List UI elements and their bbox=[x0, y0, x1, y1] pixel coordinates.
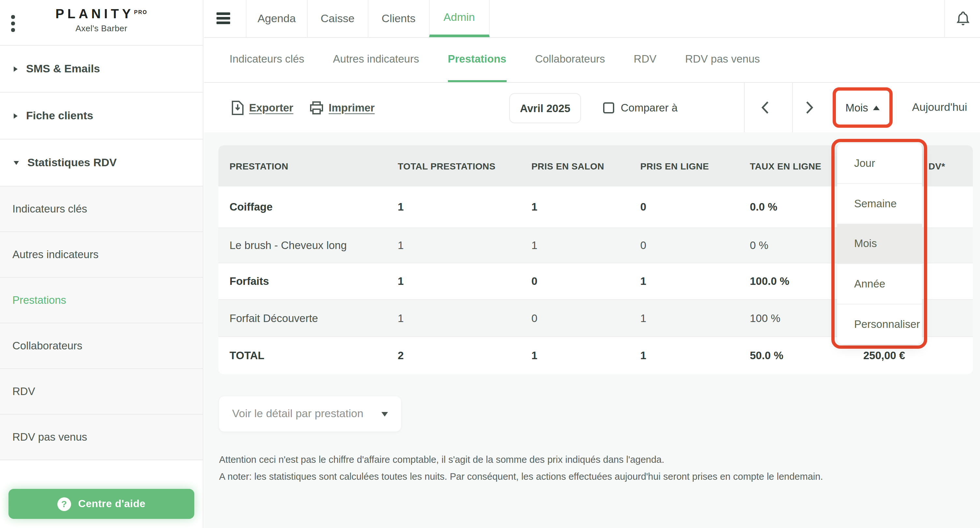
admin-subnav: Indicateurs clés Autres indicateurs Pres… bbox=[204, 38, 980, 83]
cell-total: 1 bbox=[398, 312, 531, 324]
tab-admin[interactable]: Admin bbox=[429, 0, 490, 37]
logo-block: PLANITYPRO Axel's Barber bbox=[0, 0, 203, 45]
cell-salon: 0 bbox=[531, 312, 640, 324]
details-button-label: Voir le détail par prestation bbox=[232, 407, 364, 420]
tab-caisse[interactable]: Caisse bbox=[307, 0, 368, 37]
subtab-prestations[interactable]: Prestations bbox=[448, 38, 506, 82]
chevron-down-icon bbox=[14, 161, 19, 165]
dropdown-item-annee[interactable]: Année bbox=[837, 264, 922, 305]
cell-total: 1 bbox=[398, 239, 531, 251]
cell-total: 2 bbox=[398, 349, 531, 362]
dropdown-item-mois[interactable]: Mois bbox=[837, 224, 922, 264]
export-label: Exporter bbox=[249, 101, 293, 114]
sidebar-subitems: Indicateurs clés Autres indicateurs Pres… bbox=[0, 186, 203, 460]
sidebar-section-fiche-clients[interactable]: Fiche clients bbox=[0, 92, 203, 139]
sidebar-item-rdv-pas-venus[interactable]: RDV pas venus bbox=[0, 415, 203, 460]
cell-salon: 1 bbox=[531, 349, 640, 362]
cell-prestation: Forfait Découverte bbox=[218, 312, 398, 324]
brand-logo-pro: PRO bbox=[134, 10, 147, 15]
sidebar-section-label: Statistiques RDV bbox=[27, 156, 117, 169]
help-center-label: Centre d'aide bbox=[78, 498, 146, 510]
top-navigation-bar: Agenda Caisse Clients Admin bbox=[204, 0, 980, 38]
cell-rate: 50.0 % bbox=[750, 349, 861, 362]
cell-salon: 1 bbox=[531, 239, 640, 251]
period-selector[interactable]: Avril 2025 bbox=[509, 93, 581, 123]
hamburger-menu-icon[interactable] bbox=[216, 13, 230, 24]
chevron-left-icon bbox=[760, 100, 769, 115]
range-selector-label: Mois bbox=[845, 101, 868, 114]
print-icon bbox=[310, 101, 323, 115]
bell-icon[interactable] bbox=[955, 10, 971, 27]
sidebar-item-autres-indicateurs[interactable]: Autres indicateurs bbox=[0, 232, 203, 278]
sidebar-item-indicateurs-cles[interactable]: Indicateurs clés bbox=[0, 186, 203, 232]
column-header-pris-en-ligne: PRIS EN LIGNE bbox=[640, 161, 750, 171]
print-button[interactable]: Imprimer bbox=[310, 83, 375, 132]
next-period-button[interactable] bbox=[805, 83, 815, 132]
dropdown-item-jour[interactable]: Jour bbox=[837, 143, 922, 184]
app-window: PLANITYPRO Axel's Barber SMS & Emails Fi… bbox=[0, 0, 980, 528]
divider bbox=[792, 83, 793, 132]
chevron-right-icon bbox=[805, 100, 815, 115]
compare-checkbox[interactable] bbox=[603, 102, 614, 113]
chevron-right-icon bbox=[14, 113, 18, 118]
cell-salon: 0 bbox=[531, 275, 640, 288]
cell-online: 1 bbox=[640, 349, 750, 362]
cell-prestation: Coiffage bbox=[218, 201, 398, 213]
column-header-pris-en-salon: PRIS EN SALON bbox=[531, 161, 640, 171]
salon-name: Axel's Barber bbox=[0, 24, 203, 33]
subtab-rdv-pas-venus[interactable]: RDV pas venus bbox=[685, 38, 760, 82]
cell-salon: 1 bbox=[531, 201, 640, 213]
dropdown-item-semaine[interactable]: Semaine bbox=[837, 184, 922, 224]
footnote-line-2: A noter: les statistiques sont calculées… bbox=[219, 471, 823, 482]
sidebar-section-label: Fiche clients bbox=[26, 109, 93, 122]
column-header-total-prestations: TOTAL PRESTATIONS bbox=[398, 161, 531, 171]
subtab-autres-indicateurs[interactable]: Autres indicateurs bbox=[333, 38, 419, 82]
caret-up-icon bbox=[873, 105, 880, 110]
cell-online: 1 bbox=[640, 275, 750, 288]
today-button[interactable]: Aujourd'hui bbox=[910, 83, 970, 132]
chevron-right-icon bbox=[14, 66, 18, 72]
divider bbox=[944, 0, 945, 37]
sidebar-section-statistiques-rdv[interactable]: Statistiques RDV bbox=[0, 139, 203, 186]
divider bbox=[744, 83, 745, 132]
cell-ca: 250,00 € bbox=[861, 349, 973, 362]
cell-online: 1 bbox=[640, 312, 750, 324]
column-header-prestation: PRESTATION bbox=[218, 161, 398, 171]
cell-prestation: TOTAL bbox=[218, 349, 398, 362]
cell-total: 1 bbox=[398, 275, 531, 288]
cell-online: 0 bbox=[640, 201, 750, 213]
details-per-prestation-button[interactable]: Voir le détail par prestation bbox=[219, 396, 401, 431]
tab-clients[interactable]: Clients bbox=[368, 0, 429, 37]
cell-online: 0 bbox=[640, 239, 750, 251]
print-label: Imprimer bbox=[329, 101, 375, 114]
footnote-line-1: Attention ceci n'est pas le chiffre d'af… bbox=[219, 454, 664, 465]
sidebar: PLANITYPRO Axel's Barber SMS & Emails Fi… bbox=[0, 0, 204, 528]
tab-agenda[interactable]: Agenda bbox=[246, 0, 307, 37]
range-selector-button[interactable]: Mois bbox=[833, 87, 892, 128]
subtab-collaborateurs[interactable]: Collaborateurs bbox=[535, 38, 605, 82]
subtab-indicateurs-cles[interactable]: Indicateurs clés bbox=[229, 38, 304, 82]
sidebar-item-collaborateurs[interactable]: Collaborateurs bbox=[0, 323, 203, 369]
cell-total: 1 bbox=[398, 201, 531, 213]
brand-logo: PLANITY bbox=[56, 6, 134, 21]
sidebar-item-rdv[interactable]: RDV bbox=[0, 369, 203, 415]
previous-period-button[interactable] bbox=[760, 83, 769, 132]
dropdown-item-personnaliser[interactable]: Personnaliser bbox=[837, 304, 922, 344]
caret-down-icon bbox=[382, 412, 388, 416]
help-center-button[interactable]: ? Centre d'aide bbox=[8, 489, 194, 519]
compare-label: Comparer à bbox=[621, 101, 678, 114]
sidebar-section-label: SMS & Emails bbox=[26, 62, 100, 75]
export-button[interactable]: Exporter bbox=[231, 83, 293, 132]
range-dropdown-menu: Jour Semaine Mois Année Personnaliser bbox=[837, 143, 922, 344]
compare-toggle[interactable]: Comparer à bbox=[603, 83, 678, 132]
export-icon bbox=[231, 100, 244, 115]
cell-prestation: Le brush - Cheveux long bbox=[218, 239, 398, 251]
question-mark-icon: ? bbox=[57, 497, 71, 511]
sidebar-item-prestations[interactable]: Prestations bbox=[0, 278, 203, 323]
subtab-rdv[interactable]: RDV bbox=[634, 38, 657, 82]
sidebar-section-sms-emails[interactable]: SMS & Emails bbox=[0, 45, 203, 92]
cell-prestation: Forfaits bbox=[218, 275, 398, 288]
